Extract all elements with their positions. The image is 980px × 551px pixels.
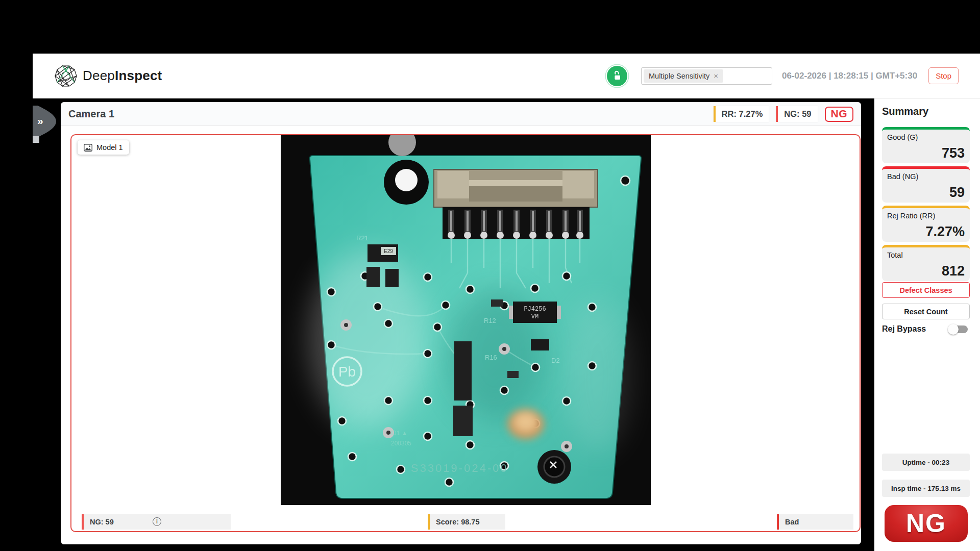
bad-count-label: Bad (NG) (887, 172, 965, 181)
pcb-label-r12: R12 (484, 317, 496, 324)
reset-count-button[interactable]: Reset Count (882, 304, 970, 319)
expand-tab-shape (33, 106, 56, 137)
pcb-label-r21: R21 (356, 234, 369, 242)
good-count-value: 753 (942, 145, 965, 161)
footer-ng-chip: NG: 59 i (82, 514, 231, 530)
result-status-badge: NG (885, 505, 968, 542)
chip-close-icon[interactable]: × (714, 71, 718, 80)
pcb-label-r16: R16 (485, 354, 497, 361)
footer-ng-label: NG: 59 (90, 518, 114, 526)
brand-logo-icon (54, 64, 78, 88)
total-count-card: Total 812 (882, 245, 970, 281)
total-count-label: Total (887, 251, 965, 259)
model-chip[interactable]: Model 1 (78, 140, 129, 155)
pcb-ic-line1: PJ4256 (524, 306, 546, 313)
pcb-date-code: 200305 (391, 440, 411, 447)
rej-ratio-value: 7.27% (925, 224, 965, 240)
image-icon (84, 144, 92, 152)
inspection-image-container: Model 1 (70, 134, 861, 532)
sensitivity-chip-label: Multiple Sensitivity (649, 72, 709, 80)
defect-classes-button[interactable]: Defect Classes (882, 282, 970, 298)
ng-stat-chip: NG: 59 (776, 106, 817, 122)
model-chip-label: Model 1 (96, 143, 123, 152)
footer-verdict-chip: Bad (777, 514, 853, 530)
sensitivity-chip[interactable]: Multiple Sensitivity × (644, 69, 723, 83)
summary-sidebar: Summary Good (G) 753 Bad (NG) 59 Rej Rat… (874, 98, 980, 551)
lock-open-icon (611, 70, 623, 82)
brand-name: DeepInspect (83, 68, 162, 84)
pcb-pb-symbol: Pb (338, 364, 356, 380)
camera-panel-header: Camera 1 RR: 7.27% NG: 59 NG (61, 103, 861, 126)
rej-ratio-card: Rej Ratio (RR) 7.27% (882, 206, 970, 242)
rr-stat-chip: RR: 7.27% (714, 106, 769, 122)
scrollbar-nub (33, 136, 39, 143)
good-count-card: Good (G) 753 (882, 127, 970, 163)
unlock-button[interactable] (607, 66, 627, 86)
total-count-value: 812 (942, 263, 965, 279)
pcb-label-d2: D2 (551, 357, 560, 364)
insp-time-display: Insp time - 175.13 ms (882, 480, 970, 497)
camera-panel: Camera 1 RR: 7.27% NG: 59 NG Model 1 (61, 102, 861, 544)
stop-button[interactable]: Stop (928, 67, 959, 84)
chevron-double-right-icon: » (37, 115, 43, 127)
pcb-ic-line2: VM (531, 313, 538, 320)
rej-ratio-label: Rej Ratio (RR) (887, 212, 965, 220)
app-header: DeepInspect Multiple Sensitivity × 06-02… (33, 54, 980, 98)
camera-stats: RR: 7.27% NG: 59 NG (714, 106, 853, 122)
uptime-display: Uptime - 00:23 (882, 454, 970, 471)
pcb-jd-marking: JD1 ▲ (389, 430, 408, 437)
pcb-image: E29 PJ4256 VM R21 R12 R16 D2 Pb (281, 135, 651, 505)
camera-title: Camera 1 (68, 108, 114, 120)
info-icon[interactable]: i (153, 517, 161, 526)
datetime-display: 06-02-2026 | 18:28:15 | GMT+5:30 (782, 71, 917, 81)
bad-count-value: 59 (949, 185, 965, 201)
rej-bypass-label: Rej Bypass (882, 324, 926, 334)
bad-count-card: Bad (NG) 59 (882, 166, 970, 203)
good-count-label: Good (G) (887, 133, 965, 141)
pcb-part-number: S33019-024-00 (411, 462, 508, 474)
toggle-knob (948, 324, 959, 335)
rej-bypass-toggle[interactable] (949, 325, 968, 333)
sidebar-expand-tab[interactable]: » (33, 106, 56, 137)
pcb-label-e29: E29 (384, 248, 393, 254)
summary-title: Summary (882, 106, 928, 117)
sensitivity-input[interactable]: Multiple Sensitivity × (641, 67, 772, 85)
rej-bypass-row: Rej Bypass (882, 324, 970, 334)
header-actions: Multiple Sensitivity × 06-02-2026 | 18:2… (607, 66, 959, 86)
camera-status-badge: NG (825, 107, 854, 122)
footer-score-chip: Score: 98.75 (428, 514, 505, 530)
brand: DeepInspect (54, 64, 162, 88)
